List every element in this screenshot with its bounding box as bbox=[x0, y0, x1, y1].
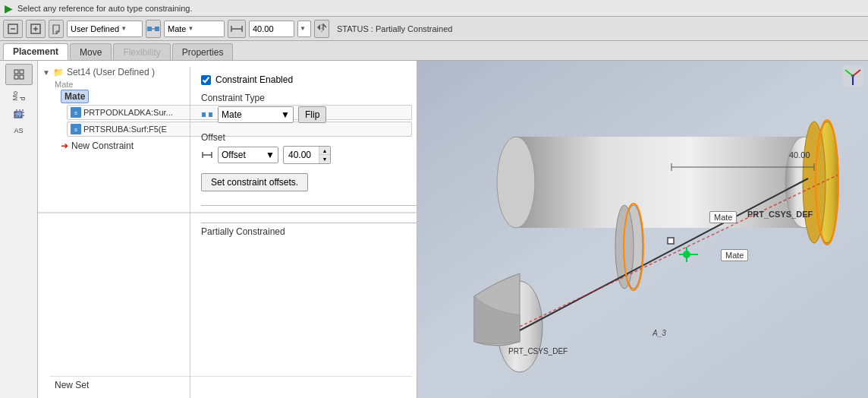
svg-point-29 bbox=[497, 137, 535, 228]
user-defined-label: User Defined bbox=[71, 24, 119, 33]
dropdown-arrow-3: ▼ bbox=[300, 25, 306, 32]
offset-spinners: ▲ ▼ bbox=[319, 147, 330, 163]
tab-placement[interactable]: Placement bbox=[3, 43, 68, 60]
dropdown-arrow-1: ▼ bbox=[121, 25, 127, 32]
offset-number-field[interactable]: 40.00 bbox=[249, 21, 294, 37]
constraint-panel: ▼ 📁 Set14 (User Defined ) Mate Mate s PR… bbox=[38, 61, 417, 398]
type-dropdown-arrow: ▼ bbox=[281, 109, 290, 120]
axis-a3-label: A_3 bbox=[653, 329, 666, 337]
svg-rect-15 bbox=[20, 70, 24, 74]
svg-rect-17 bbox=[20, 75, 24, 79]
orientation-triad bbox=[842, 65, 863, 87]
component-icon[interactable] bbox=[49, 20, 64, 38]
tab-flexibility[interactable]: Flexibility bbox=[113, 43, 170, 60]
folder-icon: 📁 bbox=[53, 68, 64, 77]
auto-icon: ▶ bbox=[5, 2, 13, 14]
svg-rect-16 bbox=[14, 75, 18, 79]
offset-type-value: Offset bbox=[222, 150, 246, 160]
tab-move[interactable]: Move bbox=[70, 43, 112, 60]
svg-point-49 bbox=[851, 74, 854, 77]
svg-rect-20 bbox=[202, 112, 206, 117]
offset-icon bbox=[201, 149, 213, 161]
svg-rect-21 bbox=[209, 112, 212, 117]
panel-divider bbox=[190, 67, 190, 398]
tab-properties[interactable]: Properties bbox=[172, 43, 234, 60]
dropdown-arrow-2: ▼ bbox=[187, 25, 193, 32]
ref-icon-1: s bbox=[71, 107, 81, 118]
offset-dropdown-arrow: ▼ bbox=[266, 150, 275, 160]
mate-icon-btn[interactable] bbox=[146, 20, 161, 38]
left-model-panel: Mod AS bbox=[0, 61, 38, 398]
status-text: STATUS : Partially Constrained bbox=[337, 24, 452, 33]
mate-label-1: Mate bbox=[709, 211, 737, 223]
user-defined-dropdown[interactable]: User Defined ▼ bbox=[67, 21, 143, 37]
dimension-40: 40.00 bbox=[789, 150, 810, 160]
new-set-label: New Set bbox=[55, 380, 89, 390]
flip-button[interactable]: Flip bbox=[298, 106, 326, 123]
top-bar: ▶ Select any reference for auto type con… bbox=[0, 0, 868, 17]
ref-icon-2: s bbox=[71, 124, 81, 134]
constraint-type-label: Mate bbox=[168, 24, 186, 33]
offset-type-dropdown[interactable]: Offset ▼ bbox=[218, 147, 278, 163]
cad-svg bbox=[417, 61, 868, 398]
flip-icon-btn[interactable] bbox=[314, 20, 329, 38]
offset-number-display[interactable]: 40.00 bbox=[284, 147, 319, 163]
svg-rect-8 bbox=[155, 27, 159, 31]
constraint-type-select[interactable]: Mate ▼ bbox=[218, 106, 294, 123]
ref-label-2: PRTSRUBA:Surf:F5(E bbox=[83, 125, 167, 134]
offset-value-input: 40.00 ▲ ▼ bbox=[283, 146, 331, 164]
icon-btn-2[interactable] bbox=[26, 20, 46, 38]
offset-icon-btn[interactable] bbox=[228, 20, 246, 38]
set-label: Set14 (User Defined ) bbox=[67, 67, 155, 77]
active-mate-item[interactable]: Mate bbox=[61, 90, 89, 103]
model-tree-toggle[interactable] bbox=[5, 64, 33, 85]
offset-spin-up[interactable]: ▲ bbox=[319, 147, 330, 155]
offset-number-value: 40.00 bbox=[253, 24, 274, 33]
svg-rect-7 bbox=[147, 27, 152, 31]
constraint-type-value: Mate bbox=[222, 109, 242, 120]
model-tab-label: Mod bbox=[11, 91, 27, 101]
csys-label-bottom: PRT_CSYS_DEF bbox=[508, 347, 568, 355]
offset-number-dropdown[interactable]: ▼ bbox=[297, 21, 311, 37]
constraint-enabled-checkbox[interactable] bbox=[201, 75, 211, 85]
main-toolbar: User Defined ▼ Mate ▼ 40.00 ▼ STATUS : P… bbox=[0, 17, 868, 41]
set-collapse-icon: ▼ bbox=[42, 68, 50, 77]
instruction-text: Select any reference for auto type const… bbox=[17, 4, 193, 13]
asm-label: AS bbox=[14, 127, 23, 134]
set-offsets-button[interactable]: Set constraint offsets. bbox=[201, 173, 308, 191]
icon-btn-1[interactable] bbox=[3, 20, 23, 38]
svg-rect-14 bbox=[14, 70, 18, 74]
main-area: Mod AS ▼ 📁 Set14 (User Defined ) Mate Ma… bbox=[0, 61, 868, 398]
offset-spin-down[interactable]: ▼ bbox=[319, 155, 330, 163]
asm-icon[interactable] bbox=[13, 109, 25, 122]
mate-type-icon bbox=[201, 109, 213, 121]
viewport[interactable]: 40.00 Mate Mate PRT_CSYS_DEF PRT_CSYS_DE… bbox=[417, 61, 868, 398]
new-constraint-label: New Constraint bbox=[71, 141, 134, 151]
svg-rect-35 bbox=[668, 238, 674, 244]
tab-bar: Placement Move Flexibility Properties bbox=[0, 41, 868, 61]
constraint-type-dropdown[interactable]: Mate ▼ bbox=[164, 21, 225, 37]
mate-label-2: Mate bbox=[721, 249, 748, 261]
ref-label-1: PRTPODKLADKA:Sur... bbox=[83, 108, 173, 117]
new-constraint-arrow: ➜ bbox=[61, 141, 68, 151]
constraint-enabled-label: Constraint Enabled bbox=[215, 74, 293, 85]
csys-label-top: PRT_CSYS_DEF bbox=[747, 210, 813, 219]
